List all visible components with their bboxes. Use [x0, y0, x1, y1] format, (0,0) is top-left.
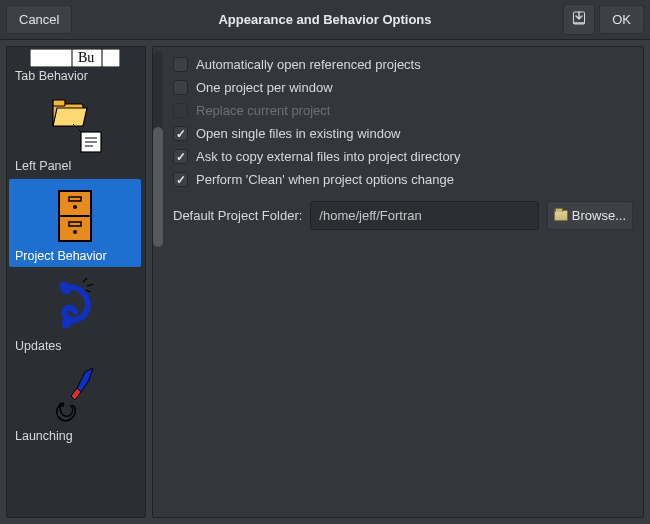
svg-rect-11: [59, 191, 91, 216]
sidebar-item-label: Left Panel: [15, 159, 71, 173]
window-title: Appearance and Behavior Options: [0, 12, 650, 27]
checkbox-checked-icon: [173, 149, 188, 164]
check-replace-current-project: Replace current project: [173, 99, 633, 122]
sidebar: Bu Tab Behavior Left Panel: [6, 46, 146, 518]
checkbox-icon: [173, 103, 188, 118]
scrollbar-thumb[interactable]: [153, 127, 163, 247]
sidebar-item-updates[interactable]: Updates: [9, 269, 141, 357]
folder-label: Default Project Folder:: [173, 208, 302, 223]
check-label: Replace current project: [196, 103, 330, 118]
scrollbar[interactable]: [153, 51, 163, 247]
default-folder-input[interactable]: [310, 201, 538, 230]
sidebar-item-left-panel[interactable]: Left Panel: [9, 89, 141, 177]
sidebar-item-label: Launching: [15, 429, 73, 443]
svg-point-14: [73, 205, 77, 209]
check-label: Open single files in existing window: [196, 126, 401, 141]
default-folder-row: Default Project Folder: Browse...: [173, 201, 633, 230]
check-label: Ask to copy external files into project …: [196, 149, 460, 164]
checkbox-checked-icon: [173, 172, 188, 187]
check-label: One project per window: [196, 80, 333, 95]
sidebar-item-project-behavior[interactable]: Project Behavior: [9, 179, 141, 267]
checkbox-icon: [173, 57, 188, 72]
svg-rect-5: [53, 100, 65, 106]
check-label: Automatically open referenced projects: [196, 57, 421, 72]
import-button[interactable]: [563, 4, 595, 35]
check-label: Perform 'Clean' when project options cha…: [196, 172, 454, 187]
titlebar: Cancel Appearance and Behavior Options O…: [0, 0, 650, 40]
check-ask-copy-external[interactable]: Ask to copy external files into project …: [173, 145, 633, 168]
main-panel: Automatically open referenced projects O…: [152, 46, 644, 518]
sidebar-item-launching[interactable]: Launching: [9, 359, 141, 447]
folder-files-icon: [15, 95, 135, 157]
sidebar-item-tab-behavior[interactable]: Bu Tab Behavior: [9, 49, 141, 87]
phone-icon: [15, 275, 135, 337]
check-perform-clean[interactable]: Perform 'Clean' when project options cha…: [173, 168, 633, 191]
ok-button[interactable]: OK: [599, 5, 644, 34]
svg-point-15: [73, 230, 77, 234]
rocket-icon: [15, 365, 135, 427]
check-one-project-per-window[interactable]: One project per window: [173, 76, 633, 99]
tab-icon: Bu: [15, 49, 135, 67]
browse-button[interactable]: Browse...: [547, 201, 633, 230]
sidebar-item-label: Project Behavior: [15, 249, 107, 263]
checkbox-checked-icon: [173, 126, 188, 141]
download-icon: [572, 13, 586, 28]
sidebar-item-label: Updates: [15, 339, 62, 353]
check-auto-open-referenced[interactable]: Automatically open referenced projects: [173, 53, 633, 76]
check-open-single-files[interactable]: Open single files in existing window: [173, 122, 633, 145]
checkbox-icon: [173, 80, 188, 95]
folder-icon: [554, 210, 568, 221]
file-cabinet-icon: [15, 185, 135, 247]
sidebar-item-label: Tab Behavior: [15, 69, 88, 83]
svg-text:Bu: Bu: [78, 50, 94, 65]
browse-label: Browse...: [572, 208, 626, 223]
cancel-button[interactable]: Cancel: [6, 5, 72, 34]
